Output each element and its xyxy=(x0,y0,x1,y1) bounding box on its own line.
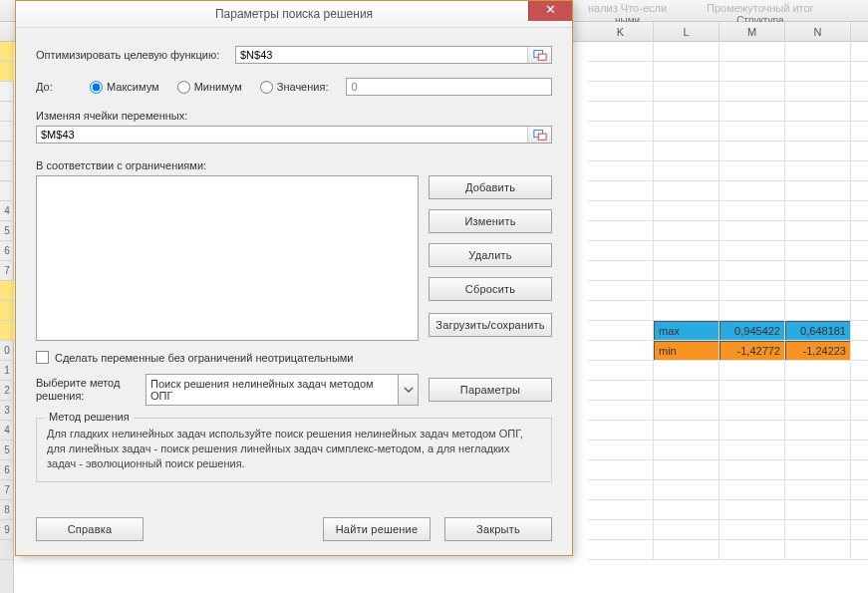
chevron-down-icon[interactable] xyxy=(399,374,419,406)
method-help-text: Для гладких нелинейных задач используйте… xyxy=(47,427,541,471)
row-header[interactable] xyxy=(0,42,14,62)
nonneg-checkbox[interactable] xyxy=(36,351,49,364)
ribbon-whatif: нализ Что-если xyxy=(588,2,667,14)
close-button[interactable]: ✕ xyxy=(528,1,572,21)
change-button[interactable]: Изменить xyxy=(429,209,552,233)
row-header[interactable]: 2 xyxy=(0,381,14,401)
constraints-label: В соответствии с ограничениями: xyxy=(36,159,552,171)
row-header[interactable]: 4 xyxy=(0,201,14,221)
row-header[interactable] xyxy=(0,540,14,560)
col-header[interactable]: K xyxy=(588,22,654,42)
row-header[interactable] xyxy=(0,102,14,122)
row-header[interactable]: 5 xyxy=(0,221,14,241)
row-header[interactable] xyxy=(0,321,14,341)
help-button[interactable]: Справка xyxy=(36,517,144,541)
radio-value[interactable]: Значения: xyxy=(260,81,329,94)
col-header[interactable]: L xyxy=(654,22,720,42)
titlebar[interactable]: Параметры поиска решения ✕ xyxy=(16,1,572,28)
radio-value-input[interactable] xyxy=(260,81,273,94)
col-header[interactable]: M xyxy=(720,22,785,42)
row-header[interactable] xyxy=(0,301,14,321)
delete-button[interactable]: Удалить xyxy=(429,243,552,267)
row-headers: 45670123456789 xyxy=(0,42,14,593)
range-picker-icon[interactable] xyxy=(527,47,551,63)
row-header[interactable]: 6 xyxy=(0,241,14,261)
dialog-title: Параметры поиска решения xyxy=(16,7,572,21)
row-header[interactable]: 7 xyxy=(0,480,14,500)
constraints-listbox[interactable] xyxy=(36,175,419,341)
row-header[interactable]: 4 xyxy=(0,421,14,441)
row-header[interactable] xyxy=(0,181,14,201)
row-header[interactable]: 7 xyxy=(0,261,14,281)
objective-input[interactable] xyxy=(236,47,527,63)
row-header[interactable]: 3 xyxy=(0,401,14,421)
method-help-group: Метод решения Для гладких нелинейных зад… xyxy=(36,418,552,482)
row-header[interactable]: 6 xyxy=(0,460,14,480)
col-header[interactable]: N xyxy=(785,22,851,42)
row-header[interactable]: 9 xyxy=(0,520,14,540)
to-label: До: xyxy=(36,81,72,93)
load-save-button[interactable]: Загрузить/сохранить xyxy=(429,313,552,337)
row-header[interactable] xyxy=(0,281,14,301)
solver-dialog: Параметры поиска решения ✕ Оптимизироват… xyxy=(15,0,573,556)
row-header[interactable]: 8 xyxy=(0,500,14,520)
row-header[interactable]: 0 xyxy=(0,341,14,361)
row-header[interactable] xyxy=(0,62,14,82)
value-input[interactable] xyxy=(346,78,552,96)
method-select[interactable]: Поиск решения нелинейных задач методом О… xyxy=(145,374,399,406)
reset-button[interactable]: Сбросить xyxy=(429,277,552,301)
add-button[interactable]: Добавить xyxy=(429,175,552,199)
objective-label: Оптимизировать целевую функцию: xyxy=(36,49,235,61)
ribbon-subtotal: Промежуточный итог xyxy=(707,2,814,14)
variables-label: Изменяя ячейки переменных: xyxy=(36,110,552,122)
radio-max[interactable]: Максимум xyxy=(90,81,159,94)
close-dialog-button[interactable]: Закрыть xyxy=(444,517,552,541)
method-help-legend: Метод решения xyxy=(45,411,134,423)
radio-min[interactable]: Минимум xyxy=(177,81,242,94)
range-picker-icon[interactable] xyxy=(527,127,551,143)
variables-input[interactable] xyxy=(37,127,527,143)
row-header[interactable] xyxy=(0,122,14,142)
radio-max-input[interactable] xyxy=(90,81,103,94)
svg-rect-3 xyxy=(538,134,546,140)
row-header[interactable] xyxy=(0,82,14,102)
nonneg-label: Сделать переменные без ограничений неотр… xyxy=(55,352,354,364)
parameters-button[interactable]: Параметры xyxy=(429,378,552,402)
dialog-body: Оптимизировать целевую функцию: До: Макс… xyxy=(16,28,572,555)
svg-rect-1 xyxy=(538,54,546,60)
row-header[interactable]: 1 xyxy=(0,361,14,381)
radio-min-input[interactable] xyxy=(177,81,190,94)
row-header[interactable]: 5 xyxy=(0,441,14,460)
row-header[interactable] xyxy=(0,161,14,181)
row-header[interactable] xyxy=(0,142,14,161)
method-label: Выберите метод решения: xyxy=(36,377,136,403)
solve-button[interactable]: Найти решение xyxy=(323,517,431,541)
